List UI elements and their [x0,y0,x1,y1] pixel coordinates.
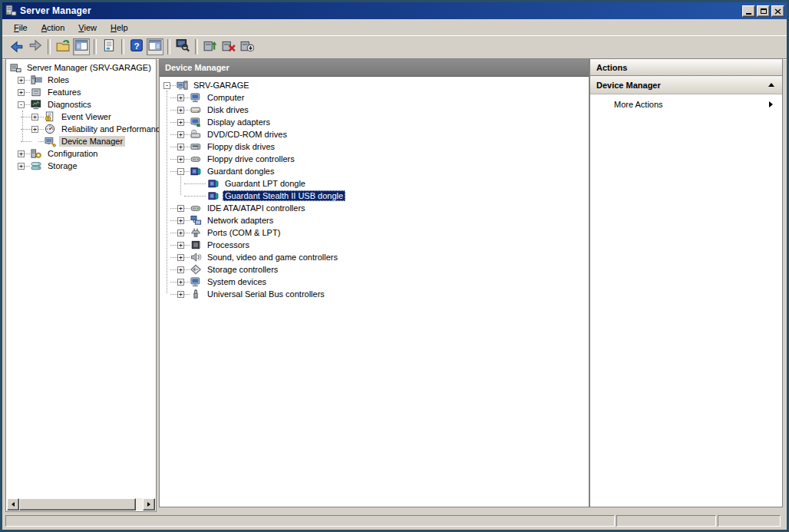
device-label[interactable]: Network adapters [205,215,276,226]
device-row-network-adapters[interactable]: + Network adapters [170,214,589,226]
device-label[interactable]: System devices [205,276,269,287]
device-row-ports[interactable]: + Ports (COM & LPT) [170,226,589,239]
device-row-usb-controllers[interactable]: + Universal Serial Bus controllers [170,288,589,300]
device-row-dvd-cdrom[interactable]: + DVD/CD-ROM drives [170,128,589,140]
device-row-computer[interactable]: + Computer [170,91,589,104]
sidebar-item-label[interactable]: Event Viewer [59,111,114,122]
scan-hardware-button[interactable] [174,38,191,55]
expand-toggle[interactable]: - [18,101,25,108]
sidebar-item-server-manager[interactable]: Server Manager (SRV-GARAGE) [9,61,156,74]
title-bar[interactable]: Server Manager [2,2,787,19]
sidebar-item-label[interactable]: Server Manager (SRV-GARAGE) [25,62,154,73]
device-row-storage-controllers[interactable]: + Storage controllers [170,263,589,276]
more-actions-item[interactable]: More Actions [590,94,782,114]
sidebar-item-label[interactable]: Configuration [45,148,100,159]
device-label[interactable]: Disk drives [205,104,251,115]
menu-action[interactable]: Action [35,21,72,35]
sidebar-item-device-manager[interactable]: Device Manager [21,135,156,147]
device-label[interactable]: Guardant LPT dongle [223,178,308,189]
scrollbar-track[interactable] [136,498,143,511]
device-label[interactable]: Storage controllers [205,264,280,275]
expand-toggle[interactable]: + [177,217,184,224]
device-row-processors[interactable]: + Processors [170,239,589,251]
menu-file[interactable]: File [7,21,35,35]
sidebar-item-label[interactable]: Reliability and Performance [59,124,167,134]
sidebar-item-diagnostics[interactable]: - Diagnostics [18,98,156,111]
maximize-button[interactable] [757,5,770,17]
expand-toggle[interactable]: + [177,156,184,163]
device-row-sound[interactable]: + Sound, video and game controllers [170,251,589,263]
disable-device-button[interactable] [239,38,256,55]
close-button[interactable] [771,5,784,17]
device-label[interactable]: Sound, video and game controllers [205,252,340,263]
device-label[interactable]: Floppy disk drives [205,141,277,152]
back-button[interactable] [8,38,25,55]
device-label[interactable]: Computer [205,92,246,103]
device-row-floppy-controllers[interactable]: + Floppy drive controllers [170,153,589,165]
device-row-floppy-disk-drives[interactable]: + Floppy disk drives [170,140,589,153]
horizontal-scrollbar[interactable] [7,498,155,511]
device-row-disk-drives[interactable]: + Disk drives [170,104,589,116]
expand-toggle[interactable]: + [177,107,184,114]
console-tree-toggle-button[interactable] [73,38,90,55]
device-label[interactable]: DVD/CD-ROM drives [205,129,289,140]
sidebar-item-storage[interactable]: + Storage [18,160,156,172]
expand-toggle[interactable]: + [177,291,184,298]
expand-toggle[interactable]: - [163,82,170,89]
menu-view[interactable]: View [71,21,104,35]
scroll-right-button[interactable] [143,498,155,511]
device-label[interactable]: Display adapters [205,117,272,127]
sidebar-item-label[interactable]: Features [45,87,83,97]
sidebar-item-configuration[interactable]: + Configuration [18,147,156,160]
device-label[interactable]: Ports (COM & LPT) [205,227,282,238]
up-level-button[interactable] [54,38,71,55]
collapse-icon[interactable] [768,83,774,87]
expand-toggle[interactable]: + [177,94,184,101]
sidebar-item-reliability[interactable]: + Reliability and Performance [21,123,156,135]
help-button[interactable]: ? [128,38,145,55]
properties-button[interactable] [101,38,117,55]
expand-toggle[interactable]: + [18,89,25,96]
sidebar-item-label[interactable]: Diagnostics [45,99,94,110]
device-row-system-devices[interactable]: + System devices [170,276,589,288]
expand-toggle[interactable]: + [177,230,184,236]
expand-toggle[interactable]: + [177,205,184,212]
expand-toggle[interactable]: + [177,119,184,126]
expand-toggle[interactable]: + [177,254,184,261]
expand-toggle[interactable]: + [18,163,25,170]
device-root-row[interactable]: - SRV-GARAGE [163,79,589,91]
expand-toggle[interactable]: + [177,131,184,138]
sidebar-item-event-viewer[interactable]: + Event Viewer [21,111,156,123]
sidebar-item-features[interactable]: + Features [18,86,156,98]
device-row-display-adapters[interactable]: + Display adapters [170,116,589,128]
device-label[interactable]: IDE ATA/ATAPI controllers [205,203,308,213]
actions-section-device-manager[interactable]: Device Manager [590,76,782,94]
scrollbar-thumb[interactable] [19,498,136,511]
device-row-ide-controllers[interactable]: + IDE ATA/ATAPI controllers [170,202,589,214]
device-label[interactable]: Guardant dongles [205,166,276,177]
sidebar-item-roles[interactable]: + Roles [18,74,156,86]
expand-toggle[interactable]: + [177,144,184,150]
device-row-guardant-lpt[interactable]: Guardant LPT dongle [184,177,589,190]
device-root-label[interactable]: SRV-GARAGE [191,80,252,91]
menu-help[interactable]: Help [104,21,135,35]
device-row-guardant-stealth[interactable]: Guardant Stealth II USB dongle [184,190,589,202]
expand-toggle[interactable]: + [31,114,38,121]
action-pane-toggle-button[interactable] [147,38,163,55]
expand-toggle[interactable]: + [31,126,38,133]
expand-toggle[interactable]: + [177,279,184,286]
device-label[interactable]: Floppy drive controllers [205,154,297,164]
device-label[interactable]: Universal Serial Bus controllers [205,289,327,299]
update-driver-button[interactable] [202,38,219,55]
device-label-selected[interactable]: Guardant Stealth II USB dongle [223,190,345,201]
device-row-guardant-dongles[interactable]: - Guardant dongles [170,165,589,177]
device-label[interactable]: Processors [205,240,252,250]
expand-toggle[interactable]: + [177,266,184,273]
uninstall-device-button[interactable] [220,38,237,55]
scroll-left-button[interactable] [7,498,19,511]
expand-toggle[interactable]: + [18,77,25,84]
expand-toggle[interactable]: + [18,150,25,157]
expand-toggle[interactable]: + [177,242,184,249]
forward-button[interactable] [27,38,44,55]
minimize-button[interactable] [742,5,755,17]
